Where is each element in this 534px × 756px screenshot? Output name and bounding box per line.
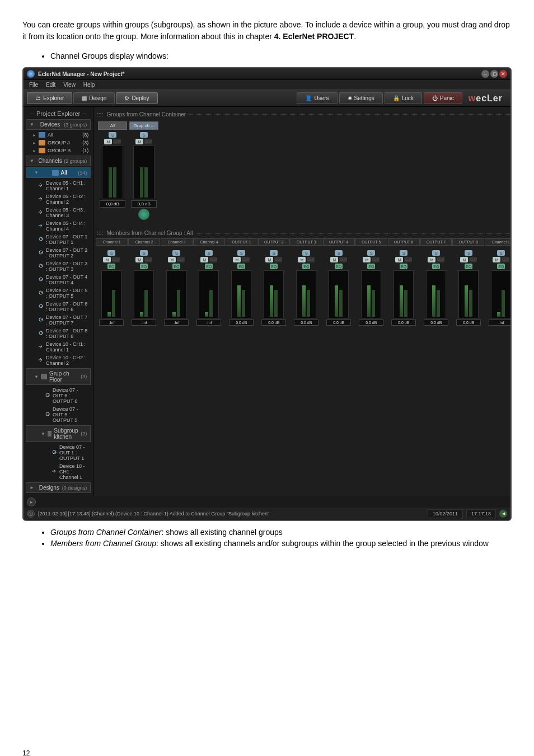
- badge-s[interactable]: S: [465, 250, 472, 256]
- badge-eq[interactable]: EQ: [465, 264, 472, 269]
- member-tab[interactable]: OUTPUT 1: [226, 238, 257, 246]
- tree-channel-item[interactable]: Device 05 - CH3 : Channel 3: [26, 206, 91, 219]
- tree-devices[interactable]: Devices(3 groups): [26, 119, 91, 130]
- badge-s[interactable]: S: [109, 132, 116, 138]
- tree-channel-item[interactable]: Device 05 - CH2 : Channel 2: [26, 192, 91, 206]
- tree-subgroup-kitchen[interactable]: Subgroup kitchen(2): [26, 425, 91, 442]
- badge-eq[interactable]: EQ: [367, 264, 375, 269]
- tree-channel-item[interactable]: Device 07 - OUT 7 : OUTPUT 7: [26, 313, 91, 327]
- badge-m[interactable]: M: [233, 257, 241, 262]
- gain-knob[interactable]: [138, 209, 149, 220]
- badge-m[interactable]: M: [135, 257, 143, 262]
- close-button[interactable]: ✕: [499, 70, 507, 78]
- tree-device-all[interactable]: All(8): [26, 131, 91, 139]
- tree-designs[interactable]: Designs(0 designs): [26, 482, 91, 493]
- badge-eq[interactable]: EQ: [107, 264, 115, 269]
- tree-channel-item[interactable]: Device 10 - CH1 : Channel 1: [26, 340, 91, 354]
- member-tab[interactable]: Channel 2: [128, 238, 160, 246]
- btn-settings[interactable]: ✸Settings: [339, 92, 383, 104]
- tree-channel-item[interactable]: Device 07 - OUT 4 : OUTPUT 4: [26, 273, 91, 287]
- member-tab[interactable]: Channel 4: [193, 238, 225, 246]
- tab-design[interactable]: ▦Design: [73, 92, 115, 104]
- tree-channel-item[interactable]: Device 07 - OUT 5 : OUTPUT 5: [26, 287, 91, 300]
- tree-channel-item[interactable]: Device 07 - OUT 3 : OUTPUT 3: [26, 260, 91, 273]
- badge-eq[interactable]: EQ: [140, 264, 148, 269]
- badge-m[interactable]: M: [395, 257, 403, 262]
- member-tab[interactable]: Channel 1: [96, 238, 128, 246]
- member-tab[interactable]: OUTPUT 2: [258, 238, 290, 246]
- tab-deploy[interactable]: ⚙Deploy: [116, 92, 157, 104]
- badge-m[interactable]: M: [168, 257, 176, 262]
- badge-eq[interactable]: EQ: [270, 264, 278, 269]
- btn-users[interactable]: 👤Users: [297, 92, 337, 104]
- play-icon[interactable]: ◀: [499, 510, 507, 518]
- badge-s[interactable]: S: [302, 250, 310, 256]
- btn-panic[interactable]: ⏻Panic: [424, 92, 462, 104]
- tree-channel-item[interactable]: Device 07 - OUT 6 : OUTPUT 6: [26, 300, 91, 313]
- tree-channel-item[interactable]: Device 07 - OUT 1 : OUTPUT 1: [26, 443, 91, 462]
- btn-lock[interactable]: 🔒Lock: [385, 92, 422, 104]
- badge-s[interactable]: S: [140, 132, 148, 138]
- tree-channels-all[interactable]: All(14): [26, 167, 91, 178]
- menu-view[interactable]: View: [63, 82, 76, 88]
- badge-m[interactable]: M: [428, 257, 435, 262]
- badge-eq[interactable]: EQ: [237, 264, 245, 269]
- badge-s[interactable]: S: [270, 250, 278, 256]
- tab-explorer[interactable]: 🗂Explorer: [27, 92, 72, 104]
- badge-eq[interactable]: EQ: [172, 264, 180, 269]
- tree-channel-item[interactable]: Device 07 - OUT 6 : OUTPUT 6: [26, 386, 91, 405]
- tree-channel-item[interactable]: Device 10 - CH2 : Channel 2: [26, 354, 91, 367]
- badge-m[interactable]: M: [298, 257, 306, 262]
- member-tab[interactable]: OUTPUT 5: [355, 238, 387, 246]
- member-tab[interactable]: OUTPUT 3: [291, 238, 322, 246]
- badge-m[interactable]: M: [493, 257, 500, 262]
- badge-s[interactable]: S: [432, 250, 440, 256]
- badge-s[interactable]: S: [172, 250, 180, 256]
- badge-m[interactable]: M: [330, 257, 338, 262]
- badge-eq[interactable]: EQ: [335, 264, 343, 269]
- member-tab[interactable]: OUTPUT 6: [388, 238, 420, 246]
- badge-m[interactable]: M: [363, 257, 371, 262]
- tree-grup-floor[interactable]: Grup ch Floor(3): [26, 368, 91, 385]
- tree-channel-item[interactable]: Device 07 - OUT 2 : OUTPUT 2: [26, 246, 91, 260]
- badge-s[interactable]: S: [237, 250, 245, 256]
- tree-channels[interactable]: Channels(2 groups): [26, 156, 91, 166]
- badge-s[interactable]: S: [140, 250, 148, 256]
- expand-icon[interactable]: ▸: [27, 497, 36, 506]
- badge-s[interactable]: S: [367, 250, 375, 256]
- badge-s[interactable]: S: [107, 250, 115, 256]
- badge-m[interactable]: M: [103, 257, 111, 262]
- badge-m[interactable]: M: [104, 139, 112, 144]
- member-tab[interactable]: Channel 1: [485, 238, 512, 246]
- tree-channel-item[interactable]: Device 07 - OUT 8 : OUTPUT 8: [26, 327, 91, 340]
- menu-edit[interactable]: Edit: [46, 82, 55, 88]
- badge-eq[interactable]: EQ: [302, 264, 310, 269]
- badge-s[interactable]: S: [335, 250, 343, 256]
- tree-channel-item[interactable]: Device 07 - OUT 1 : OUTPUT 1: [26, 233, 91, 246]
- badge-m[interactable]: M: [200, 257, 208, 262]
- group-block-all[interactable]: All S MCLIP 0,0 dB: [98, 121, 127, 221]
- menu-file[interactable]: File: [29, 82, 38, 88]
- group-block-grupch[interactable]: Grup ch ... S MCLIP 0,0 dB: [129, 121, 158, 221]
- maximize-button[interactable]: ◻: [490, 70, 498, 78]
- badge-eq[interactable]: EQ: [497, 264, 505, 269]
- tree-channel-item[interactable]: Device 05 - CH4 : Channel 4: [26, 219, 91, 233]
- badge-s[interactable]: S: [205, 250, 213, 256]
- tree-channel-item[interactable]: Device 10 - CH1 : Channel 1: [26, 462, 91, 481]
- member-tab[interactable]: OUTPUT 4: [323, 238, 355, 246]
- tree-device-group-a[interactable]: GROUP A(3): [26, 139, 91, 147]
- menu-help[interactable]: Help: [83, 82, 95, 88]
- member-tab[interactable]: Channel 3: [161, 238, 193, 246]
- badge-eq[interactable]: EQ: [432, 264, 440, 269]
- member-tab[interactable]: OUTPUT 8: [452, 238, 484, 246]
- badge-eq[interactable]: EQ: [205, 264, 213, 269]
- badge-s[interactable]: S: [497, 250, 505, 256]
- badge-m[interactable]: M: [265, 257, 273, 262]
- badge-eq[interactable]: EQ: [400, 264, 407, 269]
- tree-channel-item[interactable]: Device 05 - CH1 : Channel 1: [26, 179, 91, 192]
- badge-m[interactable]: M: [135, 139, 143, 144]
- badge-m[interactable]: M: [460, 257, 468, 262]
- tree-device-group-b[interactable]: GROUP B(1): [26, 147, 91, 154]
- member-tab[interactable]: OUTPUT 7: [420, 238, 452, 246]
- minimize-button[interactable]: –: [481, 70, 489, 78]
